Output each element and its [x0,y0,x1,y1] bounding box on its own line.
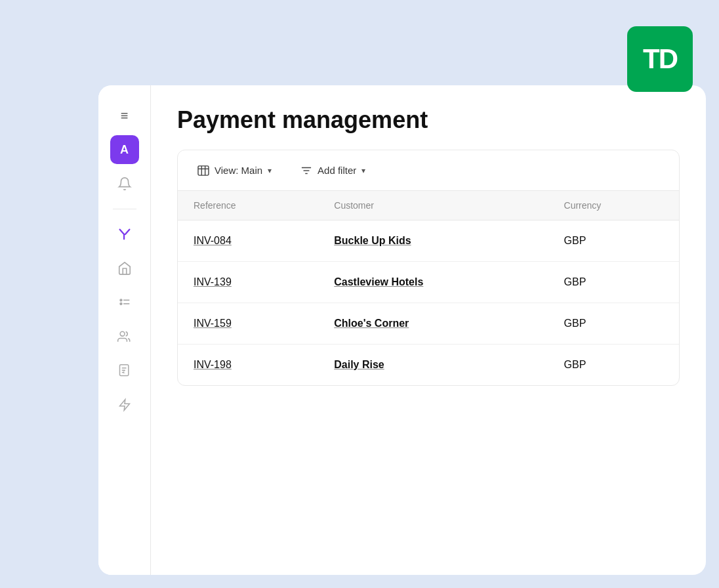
users-icon[interactable] [110,322,139,351]
view-chevron-icon: ▾ [268,166,272,175]
cell-reference: INV-159 [178,303,318,345]
document-icon[interactable]: £ [110,356,139,385]
customer-link[interactable]: Castleview Hotels [334,276,423,287]
bolt-icon[interactable] [110,390,139,419]
y-nav-icon[interactable] [110,220,139,249]
main-card: ≡ A [98,85,706,575]
customer-link[interactable]: Daily Rise [334,359,384,370]
svg-text:£: £ [123,370,125,374]
cell-reference: INV-198 [178,345,318,386]
col-reference: Reference [178,191,318,220]
col-customer: Customer [318,191,548,220]
table-row: INV-139Castleview HotelsGBP [178,262,679,303]
page-title: Payment management [177,106,680,134]
svg-rect-8 [198,165,209,175]
cell-customer: Daily Rise [318,345,548,386]
svg-point-2 [120,303,122,304]
toolbar: View: Main ▾ Add filter ▾ [178,150,679,191]
cell-currency: GBP [548,220,679,262]
reference-link[interactable]: INV-198 [194,359,232,370]
cell-currency: GBP [548,262,679,303]
cell-customer: Chloe's Corner [318,303,548,345]
reference-link[interactable]: INV-159 [194,318,232,329]
add-filter-button[interactable]: Add filter ▾ [294,161,372,180]
td-logo: TD [627,26,693,92]
table-row: INV-198Daily RiseGBP [178,345,679,386]
cell-customer: Castleview Hotels [318,262,548,303]
main-content: Payment management View: Main ▾ [151,85,706,575]
svg-point-4 [120,331,125,336]
payments-table: Reference Customer Currency INV-084Buckl… [178,191,679,385]
table-header-row: Reference Customer Currency [178,191,679,220]
menu-icon[interactable]: ≡ [110,101,139,130]
td-logo-text: TD [643,43,677,75]
sidebar: ≡ A [98,85,151,575]
table-row: INV-084Buckle Up KidsGBP [178,220,679,262]
filter-icon [300,165,312,176]
data-table-container: View: Main ▾ Add filter ▾ [177,150,680,386]
table-row: INV-159Chloe's CornerGBP [178,303,679,345]
divider-1 [113,209,136,209]
col-currency: Currency [548,191,679,220]
svg-point-0 [120,299,122,301]
cell-reference: INV-139 [178,262,318,303]
cell-customer: Buckle Up Kids [318,220,548,262]
cell-currency: GBP [548,303,679,345]
cell-reference: INV-084 [178,220,318,262]
view-main-button[interactable]: View: Main ▾ [191,161,278,180]
table-icon [197,165,209,176]
list-check-icon[interactable] [110,288,139,317]
bell-icon[interactable] [110,169,139,198]
svg-marker-7 [119,400,129,411]
reference-link[interactable]: INV-084 [194,235,232,246]
cell-currency: GBP [548,345,679,386]
home-icon[interactable] [110,254,139,283]
customer-link[interactable]: Chloe's Corner [334,318,409,329]
avatar[interactable]: A [110,135,139,164]
filter-chevron-icon: ▾ [361,166,365,175]
customer-link[interactable]: Buckle Up Kids [334,235,411,246]
reference-link[interactable]: INV-139 [194,276,232,287]
